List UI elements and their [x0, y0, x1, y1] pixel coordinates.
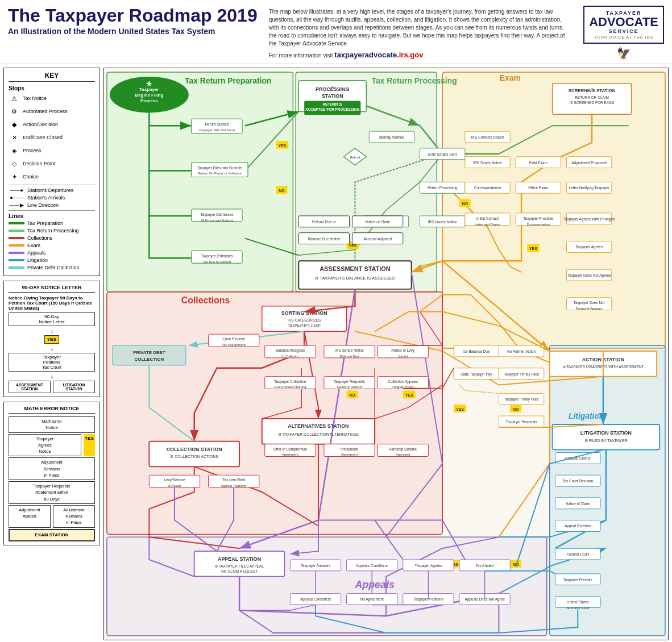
sidebar: KEY Stops ⚠ Tax Notice ⚙ Automated Proce…: [3, 68, 100, 640]
notice-subtitle: Notice Giving Taxpayer 90 Days to Petiti…: [9, 295, 95, 311]
svg-text:Relief or Refund: Relief or Refund: [337, 386, 362, 389]
svg-text:STATION: STATION: [322, 93, 343, 99]
logo-service: SERVICE: [589, 28, 658, 34]
svg-text:Refund: Refund: [350, 156, 360, 159]
svg-text:Field Exam: Field Exam: [529, 161, 547, 165]
svg-text:Tax Abated: Tax Abated: [476, 564, 494, 568]
svg-text:Error Emails Sent: Error Emails Sent: [428, 152, 457, 156]
svg-text:Taxpayer Requests: Taxpayer Requests: [506, 420, 537, 424]
svg-text:IS SCREENED FOR EXAM: IS SCREENED FOR EXAM: [570, 101, 615, 105]
notice-letter-box: 90-DayNotice Letter: [9, 312, 95, 326]
lines-title: Lines: [9, 213, 95, 219]
line-color-exam: [9, 244, 24, 247]
map-area: Taxpayer Begins Filing Process ★ Tax Ret…: [103, 68, 669, 640]
svg-text:YES: YES: [529, 247, 537, 251]
svg-text:State Taxpayer Pay: State Taxpayer Pay: [461, 372, 492, 377]
svg-text:Respond Appeals: Respond Appeals: [576, 307, 603, 310]
math-agree-row: TaxpayerAgreesNotice YES: [9, 434, 95, 457]
yes-box: YES: [44, 335, 59, 344]
math-error-notice: Math ErrorNotice: [9, 416, 95, 433]
svg-text:Tax Assignment: Tax Assignment: [222, 343, 246, 347]
svg-text:Litigation: Litigation: [569, 411, 604, 420]
choice-icon: ✦: [9, 171, 20, 182]
svg-text:Return On Paper or Software: Return On Paper or Software: [198, 172, 242, 176]
svg-text:Refund Due or: Refund Due or: [312, 220, 337, 224]
key-label-end: End/Case Closed: [23, 135, 63, 140]
key-departures: ——● Station's Departures: [9, 187, 95, 193]
line-color-coll: [9, 237, 24, 239]
line-pdc: Private Debt Collection: [9, 265, 95, 270]
key-label-auto: Automated Process: [23, 109, 68, 114]
eagle-icon: 🦅: [583, 47, 664, 60]
svg-text:All Errors and Notices: All Errors and Notices: [201, 219, 233, 222]
decision-icon: ◇: [9, 158, 20, 169]
svg-text:Taxpayer Does Not Appeal: Taxpayer Does Not Appeal: [567, 273, 611, 278]
main-content: KEY Stops ⚠ Tax Notice ⚙ Automated Proce…: [0, 64, 672, 642]
svg-text:Agreement: Agreement: [341, 453, 358, 457]
svg-text:RETURN IS: RETURN IS: [322, 103, 342, 107]
svg-text:Tax Return Preparation: Tax Return Preparation: [185, 76, 271, 85]
process-icon: ◈: [9, 145, 20, 156]
key-label-choice: Choice: [23, 174, 39, 180]
yes-label: YES: [84, 434, 95, 457]
svg-text:Correspondence: Correspondence: [474, 186, 501, 190]
key-title: KEY: [9, 72, 95, 82]
svg-text:Initial Contact: Initial Contact: [476, 216, 499, 220]
arrivals-icon: ●——: [9, 195, 24, 201]
triangle-icon: ⚠: [9, 93, 20, 104]
svg-text:Balance Assigned: Balance Assigned: [276, 348, 305, 353]
svg-text:Collections: Collections: [181, 295, 230, 305]
svg-text:TAXPAYER'S CASE: TAXPAYER'S CASE: [288, 324, 321, 328]
abated-row: AdjustmentAbated AdjustmentRemainsin Pla…: [9, 505, 95, 528]
svg-rect-37: [149, 441, 239, 467]
line-color-prep: [9, 222, 24, 224]
svg-text:Approved: Approved: [396, 453, 410, 457]
svg-text:Return Processing: Return Processing: [428, 186, 458, 190]
key-item-action: ◆ Action/Decision: [9, 119, 95, 130]
svg-text:Taxpayer Estimates: Taxpayer Estimates: [201, 255, 233, 259]
svg-text:Taxpayer Answers: Taxpayer Answers: [301, 564, 330, 568]
svg-text:⚙ TAXPAYER'S BALANCE IS ASSESS: ⚙ TAXPAYER'S BALANCE IS ASSESSED: [315, 276, 395, 281]
svg-text:★: ★: [146, 79, 153, 88]
line-proc: Tax Return Processing: [9, 228, 95, 234]
flow-arrow-3: ↓: [50, 373, 53, 380]
svg-text:Letter and Report: Letter and Report: [474, 223, 501, 226]
svg-text:⚙ TAXPAYER FILES APPEAL: ⚙ TAXPAYER FILES APPEAL: [215, 564, 264, 568]
key-item-notice: ⚠ Tax Notice: [9, 93, 95, 104]
svg-text:OR CLAIM REQUEST: OR CLAIM REQUEST: [221, 569, 258, 574]
svg-text:IRS CATEGORIZES: IRS CATEGORIZES: [288, 319, 321, 323]
advocate-logo: TAXPAYER ADVOCATE SERVICE YOUR VOICE AT …: [583, 6, 664, 44]
svg-text:APPEAL STATION: APPEAL STATION: [218, 556, 261, 562]
svg-text:Taxpayer Agrees With Changes: Taxpayer Agrees With Changes: [563, 217, 615, 222]
svg-rect-5: [550, 345, 665, 636]
adjustment-abated: AdjustmentAbated: [9, 505, 51, 528]
svg-text:United States: United States: [567, 601, 589, 605]
svg-rect-4: [107, 537, 547, 636]
svg-text:Notice of Claim: Notice of Claim: [565, 502, 590, 506]
svg-text:Documentation: Documentation: [527, 223, 550, 226]
key-item-auto: ⚙ Automated Process: [9, 106, 95, 117]
key-divider-2: [9, 210, 95, 211]
svg-text:NO: NO: [513, 407, 519, 411]
svg-text:No Agreement: No Agreement: [360, 598, 384, 602]
svg-text:Balance Due Notice: Balance Due Notice: [308, 237, 340, 241]
svg-text:Tax Due or Refund: Tax Due or Refund: [203, 260, 231, 264]
assessment-station-ref: ASSESSMENT STATION: [9, 381, 51, 393]
notice-90day-box: 90-DAY NOTICE LETTER Notice Giving Taxpa…: [3, 281, 100, 397]
svg-text:Return Started: Return Started: [205, 122, 229, 126]
svg-text:Issued: Issued: [398, 355, 408, 358]
svg-text:Due Process Hearing: Due Process Hearing: [274, 386, 306, 389]
stops-title: Stops: [9, 85, 95, 91]
key-item-process: ◈ Process: [9, 145, 95, 156]
key-label-notice: Tax Notice: [23, 95, 47, 101]
svg-text:Notice of Claim: Notice of Claim: [365, 220, 390, 224]
svg-text:Tax Court Decision: Tax Court Decision: [562, 479, 593, 483]
svg-text:Exam: Exam: [500, 73, 521, 82]
key-divider-1: [9, 185, 95, 185]
svg-text:Letter Notifying Taxpayer: Letter Notifying Taxpayer: [569, 186, 610, 190]
svg-text:Taxpayer Requests: Taxpayer Requests: [334, 380, 365, 384]
notice-title: 90-DAY NOTICE LETTER: [9, 285, 95, 293]
svg-text:Federal Court: Federal Court: [567, 552, 590, 556]
key-label-process: Process: [23, 148, 42, 153]
svg-text:YES: YES: [279, 144, 287, 148]
